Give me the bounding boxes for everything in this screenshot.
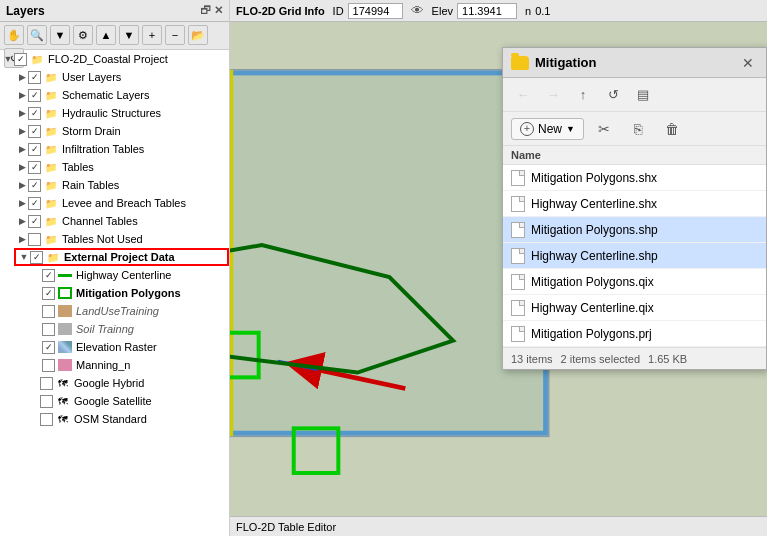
add-layer-btn[interactable]: +: [142, 25, 162, 45]
plus-icon: +: [520, 122, 534, 136]
file-item[interactable]: Mitigation Polygons.prj: [503, 321, 766, 347]
file-name-5: Highway Centerline.qix: [531, 301, 654, 315]
layer-item-channel[interactable]: ▶ 📁 Channel Tables: [14, 212, 229, 230]
file-item[interactable]: Highway Centerline.shx: [503, 191, 766, 217]
id-input[interactable]: [348, 3, 403, 19]
layer-item-tables[interactable]: ▶ 📁 Tables: [14, 158, 229, 176]
checkbox-external[interactable]: [30, 251, 43, 264]
expand-infiltration[interactable]: ▶: [16, 144, 28, 154]
remove-layer-btn[interactable]: −: [165, 25, 185, 45]
restore-icon[interactable]: 🗗: [200, 4, 211, 17]
eye-icon[interactable]: 👁: [411, 3, 424, 18]
layer-item-landuse[interactable]: ▶ LandUseTraining: [28, 302, 229, 320]
layer-item-rain[interactable]: ▶ 📁 Rain Tables: [14, 176, 229, 194]
selected-count: 2 items selected: [561, 353, 640, 365]
checkbox-osm[interactable]: [40, 413, 53, 426]
layer-item-mitigation[interactable]: ▶ Mitigation Polygons: [28, 284, 229, 302]
checkbox-channel[interactable]: [28, 215, 41, 228]
expand-schematic[interactable]: ▶: [16, 90, 28, 100]
filter-btn[interactable]: ▼: [50, 25, 70, 45]
file-dialog: Mitigation ✕ ← → ↑ ↺ ▤ + New ▼ ✂ ⎘ 🗑: [502, 47, 767, 370]
checkbox-manning[interactable]: [42, 359, 55, 372]
folder-icon-notused: 📁: [43, 232, 59, 246]
file-item[interactable]: Highway Centerline.qix: [503, 295, 766, 321]
checkbox-hydraulic[interactable]: [28, 107, 41, 120]
expand-rain[interactable]: ▶: [16, 180, 28, 190]
select-tool-btn[interactable]: 🔍: [27, 25, 47, 45]
layer-item-osm[interactable]: ▶ ▶ 🗺 OSM Standard: [14, 410, 229, 428]
copy-btn[interactable]: ⎘: [624, 117, 652, 141]
file-item[interactable]: Mitigation Polygons.qix: [503, 269, 766, 295]
layer-item-elevation[interactable]: ▶ Elevation Raster: [28, 338, 229, 356]
down-btn[interactable]: ▼: [119, 25, 139, 45]
layer-item-googlehybrid[interactable]: ▶ ▶ 🗺 Google Hybrid: [14, 374, 229, 392]
nav-view-btn[interactable]: ▤: [631, 83, 655, 107]
layer-label-schematic: Schematic Layers: [62, 89, 227, 101]
layer-item-soil[interactable]: ▶ Soil Trainng: [28, 320, 229, 338]
checkbox-infiltration[interactable]: [28, 143, 41, 156]
layer-item-storm[interactable]: ▶ 📁 Storm Drain: [14, 122, 229, 140]
nav-up-btn[interactable]: ↑: [571, 83, 595, 107]
layer-item-highway[interactable]: ▶ Highway Centerline: [28, 266, 229, 284]
checkbox-highway[interactable]: [42, 269, 55, 282]
new-button[interactable]: + New ▼: [511, 118, 584, 140]
layer-item-hydraulic[interactable]: ▶ 📁 Hydraulic Structures: [14, 104, 229, 122]
checkbox-elevation[interactable]: [42, 341, 55, 354]
checkbox-levee[interactable]: [28, 197, 41, 210]
checkbox-rain[interactable]: [28, 179, 41, 192]
expand-user[interactable]: ▶: [16, 72, 28, 82]
layer-item-infiltration[interactable]: ▶ 📁 Infiltration Tables: [14, 140, 229, 158]
checkbox-flo2d[interactable]: [14, 53, 27, 66]
hand-tool-btn[interactable]: ✋: [4, 25, 24, 45]
map-icon-googlehybrid: 🗺: [55, 376, 71, 390]
checkbox-soil[interactable]: [42, 323, 55, 336]
expand-external[interactable]: ▼: [18, 252, 30, 262]
nav-refresh-btn[interactable]: ↺: [601, 83, 625, 107]
checkbox-tables[interactable]: [28, 161, 41, 174]
raster-icon-manning: [57, 358, 73, 372]
expand-flo2d[interactable]: ▼: [2, 54, 14, 64]
checkbox-notused[interactable]: [28, 233, 41, 246]
expand-levee[interactable]: ▶: [16, 198, 28, 208]
layer-item-user[interactable]: ▶ 📁 User Layers: [14, 68, 229, 86]
folder-icon-tables: 📁: [43, 160, 59, 174]
delete-btn[interactable]: 🗑: [658, 117, 686, 141]
checkbox-schematic[interactable]: [28, 89, 41, 102]
up-btn[interactable]: ▲: [96, 25, 116, 45]
expand-notused[interactable]: ▶: [16, 234, 28, 244]
file-list[interactable]: Mitigation Polygons.shx Highway Centerli…: [503, 165, 766, 347]
nav-forward-btn[interactable]: →: [541, 83, 565, 107]
close-icon[interactable]: ✕: [214, 4, 223, 17]
layer-item-flo2d[interactable]: ▼ 📁 FLO-2D_Coastal Project: [0, 50, 229, 68]
layer-item-manning[interactable]: ▶ Manning_n: [28, 356, 229, 374]
layer-item-external[interactable]: ▼ 📁 External Project Data: [14, 248, 229, 266]
cut-btn[interactable]: ✂: [590, 117, 618, 141]
poly-icon-landuse: [57, 304, 73, 318]
file-item-selected[interactable]: Highway Centerline.shp: [503, 243, 766, 269]
open-btn[interactable]: 📂: [188, 25, 208, 45]
layer-item-levee[interactable]: ▶ 📁 Levee and Breach Tables: [14, 194, 229, 212]
status-bar: FLO-2D Table Editor: [230, 516, 767, 536]
layer-label-flo2d: FLO-2D_Coastal Project: [48, 53, 227, 65]
file-item[interactable]: Mitigation Polygons.shx: [503, 165, 766, 191]
file-item-selected[interactable]: Mitigation Polygons.shp: [503, 217, 766, 243]
checkbox-googlesatellite[interactable]: [40, 395, 53, 408]
checkbox-landuse[interactable]: [42, 305, 55, 318]
expand-hydraulic[interactable]: ▶: [16, 108, 28, 118]
map-area[interactable]: Mitigation ✕ ← → ↑ ↺ ▤ + New ▼ ✂ ⎘ 🗑: [230, 22, 767, 516]
checkbox-googlehybrid[interactable]: [40, 377, 53, 390]
checkbox-mitigation[interactable]: [42, 287, 55, 300]
elev-input[interactable]: [457, 3, 517, 19]
checkbox-user[interactable]: [28, 71, 41, 84]
layer-item-schematic[interactable]: ▶ 📁 Schematic Layers: [14, 86, 229, 104]
nav-back-btn[interactable]: ←: [511, 83, 535, 107]
layer-item-notused[interactable]: ▶ 📁 Tables Not Used: [14, 230, 229, 248]
settings-btn[interactable]: ⚙: [73, 25, 93, 45]
expand-channel[interactable]: ▶: [16, 216, 28, 226]
file-list-header: Name: [503, 146, 766, 165]
layer-item-googlesatellite[interactable]: ▶ ▶ 🗺 Google Satellite: [14, 392, 229, 410]
expand-tables[interactable]: ▶: [16, 162, 28, 172]
expand-storm[interactable]: ▶: [16, 126, 28, 136]
dialog-close-btn[interactable]: ✕: [738, 55, 758, 71]
checkbox-storm[interactable]: [28, 125, 41, 138]
